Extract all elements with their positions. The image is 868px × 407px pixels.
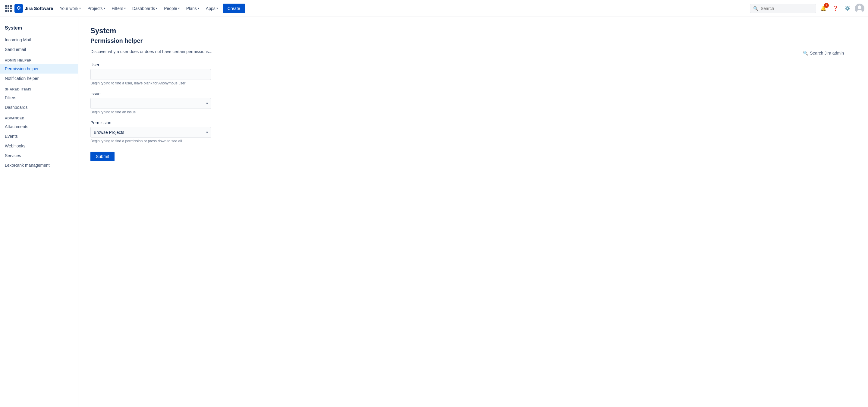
sidebar-item-lexorank[interactable]: LexoRank management (0, 160, 78, 170)
notifications-badge: 2 (824, 3, 829, 8)
permission-field-group: Permission Browse Projects ▾ Begin typin… (90, 120, 856, 143)
issue-label: Issue (90, 91, 856, 96)
create-button[interactable]: Create (223, 4, 245, 13)
app-name: Jira Software (25, 6, 53, 11)
page-title: Permission helper (90, 37, 856, 44)
nav-filters[interactable]: Filters ▾ (109, 4, 129, 13)
nav-apps[interactable]: Apps ▾ (203, 4, 221, 13)
chevron-down-icon: ▾ (178, 7, 180, 10)
user-field-group: User Begin typing to find a user, leave … (90, 62, 856, 85)
sidebar-item-events[interactable]: Events (0, 131, 78, 141)
settings-button[interactable]: ⚙️ (843, 4, 852, 13)
sidebar-item-dashboards[interactable]: Dashboards (0, 102, 78, 112)
user-hint: Begin typing to find a user, leave blank… (90, 81, 856, 85)
chevron-down-icon: ▾ (198, 7, 199, 10)
sidebar-item-permission-helper[interactable]: Permission helper (0, 64, 78, 73)
permission-select-wrapper: Browse Projects ▾ (90, 127, 211, 138)
main-header: System 🔍 Search Jira admin (90, 27, 856, 35)
chevron-down-icon: ▾ (216, 7, 218, 10)
nav-plans[interactable]: Plans ▾ (183, 4, 202, 13)
sidebar-item-services[interactable]: Services (0, 151, 78, 160)
page-description: Discover why a user does or does not hav… (90, 49, 856, 54)
chevron-down-icon: ▾ (124, 7, 126, 10)
permission-helper-form: User Begin typing to find a user, leave … (90, 62, 856, 161)
sidebar-item-send-email[interactable]: Send email (0, 44, 78, 54)
permission-select[interactable]: Browse Projects (90, 127, 211, 138)
permission-hint: Begin typing to find a permission or pre… (90, 139, 856, 143)
search-box[interactable]: 🔍 (750, 4, 816, 13)
topnav-right: 🔍 🔔 2 ❓ ⚙️ (750, 4, 864, 13)
sidebar: System Incoming Mail Send email ADMIN HE… (0, 17, 79, 407)
svg-rect-0 (14, 4, 23, 13)
nav-people[interactable]: People ▾ (161, 4, 183, 13)
main-content: System 🔍 Search Jira admin Permission he… (79, 17, 868, 407)
issue-hint: Begin typing to find an issue (90, 110, 856, 114)
search-icon: 🔍 (753, 6, 758, 11)
sidebar-item-filters[interactable]: Filters (0, 93, 78, 102)
chevron-down-icon: ▾ (79, 7, 81, 10)
notifications-button[interactable]: 🔔 2 (818, 4, 828, 13)
permission-label: Permission (90, 120, 856, 125)
sidebar-section-admin-helper: ADMIN HELPER (0, 54, 78, 64)
user-label: User (90, 62, 856, 67)
issue-field-group: Issue ▾ Begin typing to find an issue (90, 91, 856, 114)
user-avatar[interactable] (855, 4, 864, 13)
sidebar-item-incoming-mail[interactable]: Incoming Mail (0, 35, 78, 44)
nav-dashboards[interactable]: Dashboards ▾ (129, 4, 161, 13)
grid-menu-button[interactable] (4, 4, 13, 13)
page-layout: System Incoming Mail Send email ADMIN HE… (0, 17, 868, 407)
issue-select[interactable] (90, 98, 211, 109)
user-input[interactable] (90, 69, 211, 80)
search-jira-admin-button[interactable]: 🔍 Search Jira admin (803, 51, 844, 56)
system-title: System (90, 27, 856, 35)
nav-projects[interactable]: Projects ▾ (84, 4, 108, 13)
help-button[interactable]: ❓ (831, 4, 840, 13)
topnav: Jira Software Your work ▾ Projects ▾ Fil… (0, 0, 868, 17)
sidebar-section-shared-items: SHARED ITEMS (0, 83, 78, 93)
sidebar-section-advanced: ADVANCED (0, 112, 78, 122)
sidebar-item-attachments[interactable]: Attachments (0, 122, 78, 131)
sidebar-title: System (0, 23, 78, 35)
issue-select-wrapper: ▾ (90, 98, 211, 109)
sidebar-item-notification-helper[interactable]: Notification helper (0, 73, 78, 83)
main-nav: Your work ▾ Projects ▾ Filters ▾ Dashboa… (57, 4, 749, 13)
nav-your-work[interactable]: Your work ▾ (57, 4, 84, 13)
chevron-down-icon: ▾ (156, 7, 157, 10)
jira-logo[interactable]: Jira Software (14, 4, 53, 13)
chevron-down-icon: ▾ (104, 7, 105, 10)
submit-button[interactable]: Submit (90, 152, 115, 161)
sidebar-item-webhooks[interactable]: WebHooks (0, 141, 78, 151)
svg-point-2 (858, 5, 861, 9)
search-icon: 🔍 (803, 51, 808, 56)
search-input[interactable] (761, 6, 813, 11)
